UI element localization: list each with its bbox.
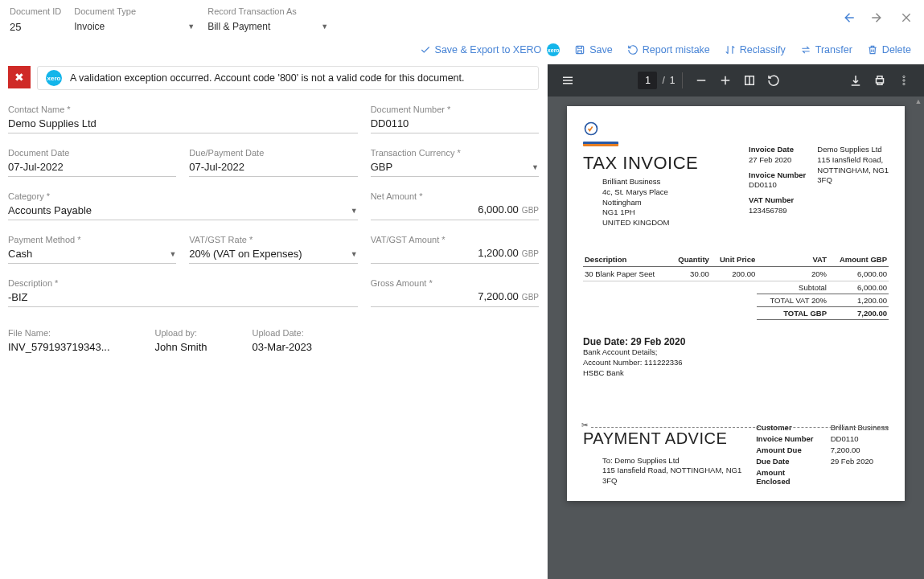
svg-point-4 [903, 80, 905, 81]
total-k: TOTAL GBP [757, 307, 828, 320]
subtotal-k: Subtotal [757, 281, 828, 294]
doc-date-field[interactable]: Document Date 07-Jul-2022 [8, 148, 176, 177]
scissors-icon: ✂ [581, 421, 591, 429]
caret-down-icon: ▼ [351, 207, 358, 215]
transfer-button[interactable]: Transfer [800, 44, 852, 55]
contact-name-value: Demo Supplies Ltd [8, 117, 358, 130]
description-label: Description * [8, 278, 358, 288]
zoom-in-button[interactable] [713, 68, 737, 92]
currency-field[interactable]: Transaction Currency * GBP▼ [371, 148, 539, 177]
vattotal-v: 1,200.00 [828, 294, 889, 307]
gross-amount-label: Gross Amount * [371, 278, 539, 288]
doc-id-field[interactable]: Document ID 25 [10, 6, 61, 35]
gross-amount-field[interactable]: Gross Amount * 7,200.00GBP [371, 278, 539, 307]
vat-amount-value: 1,200.00 [478, 247, 519, 259]
caret-down-icon: ▼ [187, 23, 195, 31]
vat-rate-field[interactable]: VAT/GST Rate * 20% (VAT on Expenses)▼ [189, 235, 357, 264]
upload-date-value: 03-Mar-2023 [253, 341, 312, 353]
doc-id-label: Document ID [10, 6, 61, 16]
plus-icon [718, 73, 733, 88]
contact-name-field[interactable]: Contact Name * Demo Supplies Ltd [8, 105, 358, 133]
close-button[interactable] [898, 10, 914, 26]
pa-to-1: 115 Iansfield Road, NOTTINGHAM, NG1 3FQ [602, 466, 756, 487]
doc-number-value: DD0110 [371, 117, 539, 130]
th-desc: Description [583, 253, 670, 267]
vat-amount-curr: GBP [522, 249, 539, 258]
doc-type-field[interactable]: Document Type Invoice ▼ [74, 6, 195, 35]
scroll-up-icon: ▲ [914, 96, 922, 106]
total-v: 7,200.00 [828, 307, 889, 320]
prev-button[interactable] [840, 10, 856, 26]
pa-invno-v: DD0110 [831, 434, 889, 444]
dismiss-alert-button[interactable]: ✖ [8, 66, 31, 88]
fit-button[interactable] [737, 68, 762, 92]
pa-enclosed-k: Amount Enclosed [756, 468, 819, 487]
svg-point-5 [903, 83, 905, 84]
check-icon [420, 44, 431, 55]
bank-2: HSBC Bank [583, 368, 889, 379]
payment-method-field[interactable]: Payment Method * Cash▼ [8, 235, 176, 264]
bill-to-1: 4c, St. Marys Place [602, 187, 698, 198]
vat-rate-value: 20% (VAT on Expenses) [189, 248, 302, 260]
page-total: 1 [670, 75, 676, 86]
doc-date-value: 07-Jul-2022 [8, 160, 176, 174]
xero-icon: xero [46, 70, 62, 86]
pdf-viewport[interactable]: TAX INVOICE Brilliant Business 4c, St. M… [548, 96, 924, 579]
validation-alert: xero A validation exception occurred. Ac… [37, 66, 539, 90]
bank-1: Account Number: 111222336 [583, 358, 889, 368]
next-button[interactable] [869, 10, 885, 26]
net-amount-value: 6,000.00 [478, 203, 519, 216]
inv-date-k: Invoice Date [749, 145, 806, 155]
print-button[interactable] [868, 68, 892, 92]
transfer-icon [800, 44, 811, 55]
vat-no-v: 123456789 [749, 206, 806, 216]
vat-amount-label: VAT/GST Amount * [371, 235, 539, 244]
pdf-menu-button[interactable] [556, 68, 580, 92]
save-label: Save [589, 44, 613, 55]
vat-amount-field[interactable]: VAT/GST Amount * 1,200.00GBP [371, 235, 539, 264]
upload-by-label: Upload by: [155, 328, 207, 338]
th-unit: Unit Price [711, 253, 757, 267]
doc-number-label: Document Number * [371, 105, 539, 114]
record-as-field[interactable]: Record Transaction As Bill & Payment ▼ [207, 6, 328, 35]
more-button[interactable] [892, 68, 916, 92]
due-date-text: Due Date: 29 Feb 2020 [583, 336, 889, 347]
doc-type-value: Invoice [74, 21, 105, 32]
page-current[interactable]: 1 [638, 72, 657, 89]
delete-button[interactable]: Delete [867, 44, 911, 55]
rotate-button[interactable] [762, 68, 786, 92]
save-export-label: Save & Export to XERO [435, 44, 542, 55]
close-icon: ✖ [14, 71, 24, 84]
reclassify-button[interactable]: Reclassify [725, 44, 786, 55]
report-button[interactable]: Report mistake [627, 44, 710, 55]
save-button[interactable]: Save [574, 44, 613, 55]
gross-amount-curr: GBP [522, 293, 539, 302]
vattotal-k: TOTAL VAT 20% [757, 294, 828, 307]
payment-method-label: Payment Method * [8, 235, 176, 244]
upload-date-label: Upload Date: [253, 328, 312, 338]
pa-enclosed-v [831, 468, 889, 487]
zoom-out-button[interactable] [689, 68, 713, 92]
download-button[interactable] [844, 68, 868, 92]
subtotal-v: 6,000.00 [828, 281, 889, 294]
payment-method-value: Cash [8, 248, 32, 260]
td-vat: 20% [757, 267, 828, 281]
invoice-title: TAX INVOICE [583, 153, 698, 174]
due-date-field[interactable]: Due/Payment Date 07-Jul-2022 [189, 148, 357, 177]
save-export-button[interactable]: Save & Export to XERO xero [420, 43, 561, 56]
doc-type-label: Document Type [74, 6, 195, 16]
due-date-value: 07-Jul-2022 [189, 160, 357, 174]
caret-down-icon: ▼ [169, 250, 176, 258]
more-vert-icon [897, 73, 911, 88]
description-field[interactable]: Description * -BIZ [8, 278, 358, 307]
upload-date-block: Upload Date: 03-Mar-2023 [253, 328, 312, 353]
svg-rect-2 [877, 79, 884, 83]
inv-no-k: Invoice Number [749, 170, 806, 181]
net-amount-field[interactable]: Net Amount * 6,000.00GBP [371, 191, 539, 220]
description-value: -BIZ [8, 290, 358, 304]
category-field[interactable]: Category * Accounts Payable▼ [8, 191, 358, 220]
doc-date-label: Document Date [8, 148, 176, 158]
file-name-label: File Name: [8, 328, 110, 338]
doc-number-field[interactable]: Document Number * DD0110 [371, 105, 539, 133]
scrollbar[interactable]: ▲ [914, 96, 922, 579]
